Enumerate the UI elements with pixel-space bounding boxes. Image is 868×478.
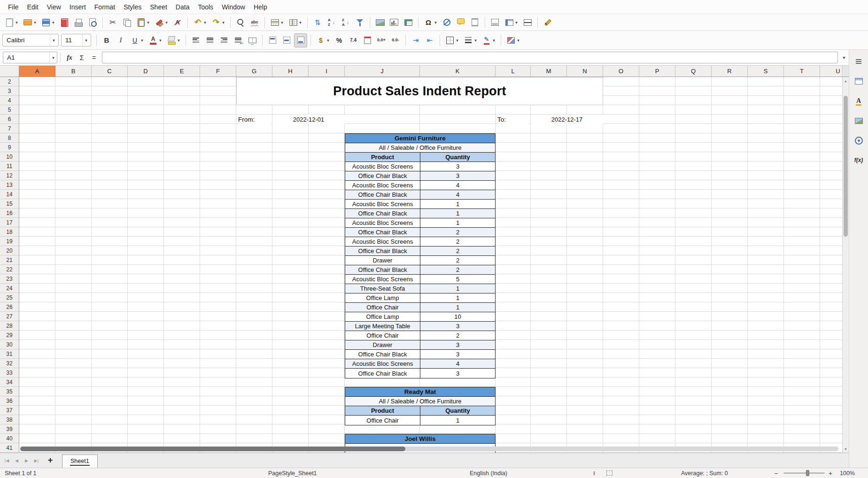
sidebar-gallery-button[interactable] [852,114,866,128]
selection-mode-icon[interactable] [605,468,613,478]
row-header-9[interactable]: 9 [0,143,19,152]
formula-input[interactable] [102,52,838,63]
sidebar-functions-button[interactable]: f(x) [852,153,866,167]
column-header-t[interactable]: T [784,66,820,77]
insert-columns-button[interactable] [287,15,304,30]
previous-sheet-button[interactable]: ◀ [12,455,22,466]
column-header-q[interactable]: Q [675,66,712,77]
chevron-down-icon[interactable] [221,20,225,25]
zoom-track[interactable] [783,472,825,474]
horizontal-scrollbar-thumb[interactable] [20,447,405,451]
bold-button[interactable]: B [100,33,113,47]
chevron-down-icon[interactable] [140,38,144,43]
column-header-r[interactable]: R [712,66,748,77]
column-header-j[interactable]: J [345,66,420,77]
column-header-f[interactable]: F [200,66,236,77]
row-header-37[interactable]: 37 [0,406,19,415]
insert-image-button[interactable] [373,15,387,30]
insert-special-character-button[interactable]: Ω [422,15,439,30]
define-print-area-button[interactable] [488,15,502,30]
zoom-slider[interactable] [783,468,825,478]
copy-button[interactable] [120,15,133,30]
row-header-16[interactable]: 16 [0,208,19,218]
chevron-down-icon[interactable] [326,38,330,43]
menu-window[interactable]: Window [217,0,249,14]
zoom-slider-thumb[interactable] [806,470,809,476]
sheet-position[interactable]: Sheet 1 of 1 [5,468,36,478]
wrap-text-button[interactable] [232,33,245,47]
find-and-replace-button[interactable] [234,15,247,30]
insert-hyperlink-button[interactable] [440,15,453,30]
row-header-22[interactable]: 22 [0,265,19,274]
chevron-down-icon[interactable] [146,20,150,25]
row-header-20[interactable]: 20 [0,246,19,255]
select-all-corner[interactable] [0,66,19,77]
clone-formatting-button[interactable] [153,15,170,30]
row-header-35[interactable]: 35 [0,387,19,396]
insert-mode-icon[interactable] [590,468,598,478]
vertical-scrollbar-thumb[interactable] [844,96,848,237]
row-header-10[interactable]: 10 [0,152,19,162]
chevron-down-icon[interactable] [492,38,496,43]
grid-cells[interactable]: Product Sales Indent ReportFrom:2022-12-… [19,77,842,453]
sidebar-properties-button[interactable] [852,74,866,88]
chevron-down-icon[interactable] [280,20,284,25]
align-bottom-button[interactable] [294,33,307,47]
format-as-date-button[interactable] [361,33,374,47]
row-header-29[interactable]: 29 [0,331,19,340]
row-header-39[interactable]: 39 [0,424,19,434]
show-draw-functions-button[interactable] [541,15,554,30]
first-sheet-button[interactable]: |◀ [2,455,12,466]
row-header-14[interactable]: 14 [0,190,19,199]
new-document-button[interactable] [3,15,20,30]
cut-button[interactable]: ✂ [106,15,119,30]
conditional-formatting-button[interactable] [504,33,522,47]
clear-formatting-button[interactable]: A [171,15,184,30]
align-right-button[interactable] [217,33,231,47]
open-button[interactable] [21,15,39,30]
row-header-3[interactable]: 3 [0,86,19,96]
underline-button[interactable]: U [128,33,146,47]
row-header-40[interactable]: 40 [0,434,19,443]
chevron-down-icon[interactable] [158,38,163,43]
scroll-down-arrow-icon[interactable] [843,446,849,452]
column-header-b[interactable]: B [55,66,92,77]
autofilter-button[interactable] [353,15,366,30]
add-sheet-button[interactable]: + [44,455,56,466]
row-header-19[interactable]: 19 [0,237,19,246]
align-left-button[interactable] [189,33,202,47]
menu-styles[interactable]: Styles [119,0,146,14]
column-header-h[interactable]: H [272,66,309,77]
chevron-down-icon[interactable] [434,20,438,25]
row-header-21[interactable]: 21 [0,255,19,265]
column-header-l[interactable]: L [496,66,531,77]
insert-pivot-table-button[interactable] [402,15,415,30]
column-header-c[interactable]: C [92,66,128,77]
row-header-23[interactable]: 23 [0,274,19,284]
column-header-m[interactable]: M [531,66,567,77]
delete-decimal-place-button[interactable]: 0.0- [389,33,402,47]
align-center-button[interactable] [203,33,217,47]
sort-descending-button[interactable]: ↓ [339,15,352,30]
expand-formula-bar-button[interactable] [840,52,848,63]
sidebar-navigator-button[interactable] [852,133,866,147]
row-header-32[interactable]: 32 [0,359,19,368]
add-decimal-place-button[interactable]: 0.0+ [375,33,388,47]
chevron-down-icon[interactable] [298,20,302,25]
save-button[interactable] [39,15,57,30]
next-sheet-button[interactable]: ▶ [22,455,31,466]
row-header-41[interactable]: 41 [0,443,19,453]
chevron-down-icon[interactable] [33,20,37,25]
menu-sheet[interactable]: Sheet [146,0,171,14]
center-vertically-button[interactable] [280,33,293,47]
menu-insert[interactable]: Insert [65,0,90,14]
row-header-38[interactable]: 38 [0,415,19,424]
column-header-k[interactable]: K [420,66,496,77]
chevron-down-icon[interactable] [82,34,90,46]
decrease-indent-button[interactable]: ⇤ [423,33,436,47]
sheet-tab-sheet1[interactable]: Sheet1 [62,455,98,468]
menu-view[interactable]: View [43,0,65,14]
menu-format[interactable]: Format [90,0,119,14]
column-header-i[interactable]: I [309,66,345,77]
borders-button[interactable] [443,33,461,47]
